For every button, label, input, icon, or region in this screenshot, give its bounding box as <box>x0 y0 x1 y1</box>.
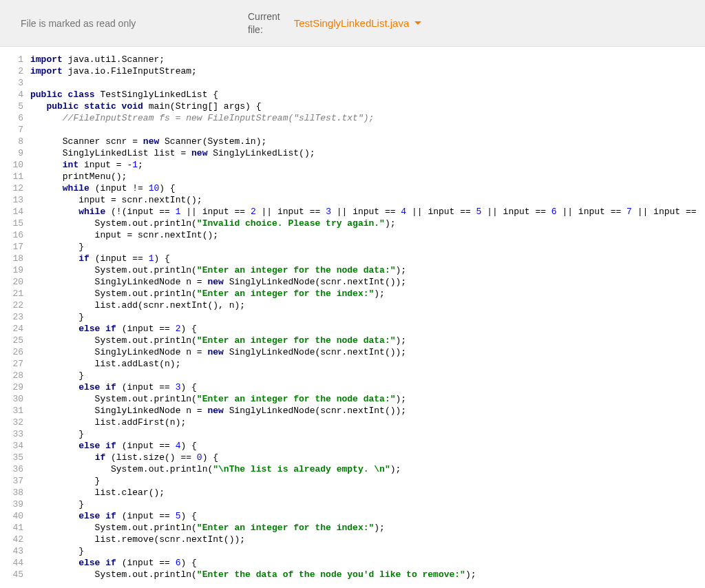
line-number: 39 <box>0 498 23 510</box>
line-number: 10 <box>0 159 23 171</box>
line-number: 34 <box>0 440 23 452</box>
code-line: input = scnr.nextInt(); <box>30 229 705 241</box>
code-line: } <box>30 428 705 440</box>
line-number: 33 <box>0 428 23 440</box>
line-number: 21 <box>0 288 23 300</box>
line-number-gutter: 1234567891011121314151617181920212223242… <box>0 54 30 580</box>
current-filename: TestSinglyLinkedList.java <box>294 17 410 29</box>
line-number: 42 <box>0 534 23 545</box>
line-number: 1 <box>0 54 23 65</box>
line-number: 28 <box>0 370 23 381</box>
code-line: list.addLast(n); <box>30 358 705 370</box>
line-number: 23 <box>0 311 23 323</box>
code-line: } <box>30 370 705 381</box>
header-bar: File is marked as read only Currentfile:… <box>0 0 705 47</box>
code-line: } <box>30 545 705 557</box>
caret-down-icon <box>414 21 421 25</box>
code-line: printMenu(); <box>30 171 705 182</box>
line-number: 43 <box>0 545 23 557</box>
file-selector-dropdown[interactable]: TestSinglyLinkedList.java <box>294 17 422 29</box>
code-line: } <box>30 475 705 487</box>
line-number: 16 <box>0 229 23 241</box>
line-number: 5 <box>0 101 23 112</box>
line-number: 32 <box>0 417 23 428</box>
line-number: 9 <box>0 147 23 159</box>
readonly-label: File is marked as read only <box>21 18 248 29</box>
code-line: else if (input == 4) { <box>30 440 705 452</box>
line-number: 22 <box>0 300 23 311</box>
line-number: 30 <box>0 393 23 405</box>
line-number: 15 <box>0 218 23 229</box>
line-number: 24 <box>0 323 23 335</box>
code-line: list.clear(); <box>30 487 705 498</box>
line-number: 26 <box>0 346 23 358</box>
line-number: 12 <box>0 182 23 194</box>
code-line <box>30 124 705 136</box>
code-line: input = scnr.nextInt(); <box>30 194 705 206</box>
code-editor: 1234567891011121314151617181920212223242… <box>0 47 705 580</box>
code-line: else if (input == 6) { <box>30 557 705 569</box>
line-number: 40 <box>0 510 23 522</box>
code-line: SinglyLinkedNode n = new SinglyLinkedNod… <box>30 346 705 358</box>
line-number: 17 <box>0 241 23 253</box>
line-number: 6 <box>0 112 23 124</box>
line-number: 31 <box>0 405 23 417</box>
code-line: int input = -1; <box>30 159 705 171</box>
code-line: SinglyLinkedNode n = new SinglyLinkedNod… <box>30 405 705 417</box>
line-number: 13 <box>0 194 23 206</box>
line-number: 35 <box>0 452 23 463</box>
code-line: else if (input == 5) { <box>30 510 705 522</box>
line-number: 44 <box>0 557 23 569</box>
code-line: list.remove(scnr.nextInt()); <box>30 534 705 545</box>
code-line: public static void main(String[] args) { <box>30 101 705 112</box>
code-line: else if (input == 2) { <box>30 323 705 335</box>
code-line: Scanner scnr = new Scanner(System.in); <box>30 136 705 147</box>
code-line: System.out.println("Enter an integer for… <box>30 335 705 346</box>
line-number: 8 <box>0 136 23 147</box>
code-line: import java.util.Scanner; <box>30 54 705 65</box>
line-number: 20 <box>0 276 23 288</box>
line-number: 14 <box>0 206 23 218</box>
code-line: if (list.size() == 0) { <box>30 452 705 463</box>
code-line: while (!(input == 1 || input == 2 || inp… <box>30 206 705 218</box>
code-line: list.add(scnr.nextInt(), n); <box>30 300 705 311</box>
code-line: public class TestSinglyLinkedList { <box>30 89 705 101</box>
code-line: System.out.println("Enter an integer for… <box>30 393 705 405</box>
code-line <box>30 77 705 89</box>
line-number: 19 <box>0 264 23 276</box>
line-number: 7 <box>0 124 23 136</box>
line-number: 3 <box>0 77 23 89</box>
code-line: SinglyLinkedNode n = new SinglyLinkedNod… <box>30 276 705 288</box>
line-number: 37 <box>0 475 23 487</box>
line-number: 11 <box>0 171 23 182</box>
code-line: list.addFirst(n); <box>30 417 705 428</box>
line-number: 38 <box>0 487 23 498</box>
line-number: 36 <box>0 463 23 475</box>
line-number: 4 <box>0 89 23 101</box>
line-number: 25 <box>0 335 23 346</box>
line-number: 2 <box>0 65 23 77</box>
code-line: System.out.println("Enter an integer for… <box>30 264 705 276</box>
line-number: 45 <box>0 569 23 580</box>
line-number: 41 <box>0 522 23 534</box>
line-number: 18 <box>0 253 23 264</box>
code-line: if (input == 1) { <box>30 253 705 264</box>
code-line: } <box>30 241 705 253</box>
code-content[interactable]: import java.util.Scanner;import java.io.… <box>30 54 705 580</box>
code-line: System.out.println("Enter an integer for… <box>30 288 705 300</box>
code-line: System.out.println("\nThe list is alread… <box>30 463 705 475</box>
code-line: } <box>30 311 705 323</box>
code-line: else if (input == 3) { <box>30 381 705 393</box>
line-number: 29 <box>0 381 23 393</box>
code-line: System.out.println("Invalid choice. Plea… <box>30 218 705 229</box>
code-line: while (input != 10) { <box>30 182 705 194</box>
code-line: System.out.println("Enter the data of th… <box>30 569 705 580</box>
code-line: System.out.println("Enter an integer for… <box>30 522 705 534</box>
code-line: } <box>30 498 705 510</box>
code-line: //FileInputStream fs = new FileInputStre… <box>30 112 705 124</box>
line-number: 27 <box>0 358 23 370</box>
code-line: SinglyLinkedList list = new SinglyLinked… <box>30 147 705 159</box>
current-file-label: Currentfile: <box>248 10 280 35</box>
code-line: import java.io.FileInputStream; <box>30 65 705 77</box>
